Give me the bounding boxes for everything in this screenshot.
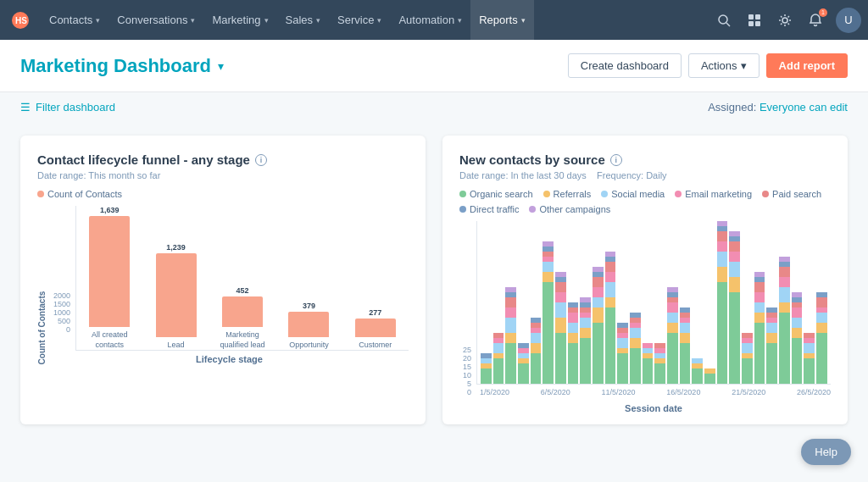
- legend-item: Email marketing: [675, 189, 752, 199]
- chart2-xaxis-title: Session date: [476, 403, 831, 413]
- stacked-bar-group: [704, 368, 715, 384]
- nav-service[interactable]: Service ▾: [329, 0, 390, 40]
- card1-title: Contact lifecycle funnel - any stage i: [37, 152, 409, 167]
- stacked-bar-group: [531, 318, 542, 384]
- bar-chart-inner: 0 500 1000 1500 2000 1,639 All created c…: [50, 206, 409, 351]
- nav-marketing[interactable]: Marketing ▾: [203, 0, 276, 40]
- legend-item: Referrals: [543, 189, 592, 199]
- search-button[interactable]: [710, 7, 737, 34]
- actions-chevron-icon: ▾: [741, 59, 747, 72]
- actions-button[interactable]: Actions ▾: [688, 53, 760, 78]
- svg-line-3: [726, 23, 730, 26]
- chevron-down-icon: ▾: [96, 16, 100, 25]
- filter-dashboard-button[interactable]: ☰ Filter dashboard: [20, 101, 115, 114]
- add-report-button[interactable]: Add report: [766, 53, 848, 78]
- grid-button[interactable]: [741, 7, 768, 34]
- bar-value: 277: [369, 308, 381, 317]
- stacked-bar-group: [754, 272, 765, 384]
- nav-automation[interactable]: Automation ▾: [390, 0, 470, 40]
- bar-group: 1,639 All created contacts: [76, 206, 142, 350]
- bar-value: 1,639: [100, 206, 120, 214]
- legend-item: Paid search: [762, 189, 821, 199]
- chevron-down-icon: ▾: [377, 16, 381, 25]
- bar-group: 379 Opportunity: [275, 302, 342, 351]
- legend-dot: [529, 206, 536, 213]
- stacked-bar-group: [742, 333, 753, 384]
- stacked-bar-group: [605, 252, 616, 384]
- legend-dot: [543, 191, 550, 197]
- stacked-bar-group: [779, 257, 790, 384]
- legend-dot: [459, 206, 466, 213]
- legend-item: Direct traffic: [459, 204, 519, 214]
- card1-subtitle: Date range: This month so far: [37, 170, 409, 180]
- legend-dot: [37, 191, 44, 197]
- new-contacts-card: New contacts by source i Date range: In …: [442, 136, 848, 424]
- legend-item: Other campaigns: [529, 204, 610, 214]
- nav-contacts[interactable]: Contacts ▾: [41, 0, 108, 40]
- chart2-legend: Organic searchReferralsSocial mediaEmail…: [459, 189, 831, 214]
- bar-value: 452: [236, 286, 249, 295]
- filter-icon: ☰: [20, 101, 31, 114]
- svg-rect-7: [755, 21, 760, 26]
- legend-dot: [762, 191, 769, 197]
- settings-button[interactable]: [771, 7, 798, 34]
- assigned-link[interactable]: Everyone can edit: [760, 101, 848, 114]
- stacked-bar-group: [717, 221, 728, 384]
- svg-rect-5: [755, 14, 760, 19]
- stacked-bar-group: [667, 287, 678, 384]
- xaxis-title: Lifecycle stage: [50, 354, 409, 364]
- page-title: Marketing Dashboard: [20, 55, 211, 77]
- bar-rect: [89, 216, 130, 327]
- filter-bar: ☰ Filter dashboard Assigned: Everyone ca…: [0, 92, 868, 122]
- bar-group: 452 Marketing qualified lead: [209, 286, 275, 350]
- svg-rect-6: [748, 21, 754, 26]
- stacked-bar-group: [505, 287, 516, 384]
- legend-item: Organic search: [459, 189, 533, 199]
- chevron-down-icon: ▾: [264, 16, 269, 25]
- chart2-xaxis: 1/5/20206/5/202011/5/202016/5/202021/5/2…: [476, 385, 831, 396]
- bars-area: 1,639 All created contacts 1,239 Lead 45…: [75, 206, 409, 351]
- user-avatar[interactable]: U: [836, 8, 861, 33]
- dashboard-content: Contact lifecycle funnel - any stage i D…: [0, 122, 868, 438]
- xaxis-tick: 11/5/2020: [602, 388, 636, 396]
- stacked-bar-group: [518, 343, 529, 384]
- bar-chart: Count of Contacts 0 500 1000 1500 2000 1…: [37, 206, 409, 392]
- chevron-down-icon: ▾: [191, 16, 195, 25]
- assigned-area: Assigned: Everyone can edit: [708, 101, 848, 114]
- legend-dot: [601, 191, 608, 197]
- dashboard-title-chevron[interactable]: ▾: [218, 59, 224, 73]
- legend-dot: [675, 191, 682, 197]
- bar-label: Marketing qualified lead: [216, 330, 269, 350]
- xaxis-tick: 6/5/2020: [541, 388, 570, 396]
- bar-value: 379: [303, 302, 315, 310]
- stacked-bar-group: [568, 302, 579, 384]
- bar-group: 1,239 Lead: [142, 243, 209, 351]
- bar-rect: [156, 253, 197, 337]
- stacked-bar-group: [766, 307, 777, 384]
- create-dashboard-button[interactable]: Create dashboard: [568, 53, 682, 78]
- hubspot-logo[interactable]: HS: [7, 7, 34, 34]
- stacked-bar-group: [593, 267, 604, 384]
- stacked-bar-group: [580, 297, 591, 384]
- stacked-yaxis: 0 5 10 15 20 25: [459, 346, 476, 413]
- stacked-bar-group: [804, 333, 815, 384]
- header-actions: Create dashboard Actions ▾ Add report: [568, 53, 848, 78]
- nav-reports[interactable]: Reports ▾: [470, 0, 534, 40]
- stacked-bar-group: [680, 307, 691, 384]
- chevron-down-icon: ▾: [316, 16, 320, 25]
- nav-sales[interactable]: Sales ▾: [277, 0, 330, 40]
- xaxis-tick: 1/5/2020: [480, 388, 509, 396]
- navbar: HS Contacts ▾ Conversations ▾ Marketing …: [0, 0, 868, 40]
- info-icon[interactable]: i: [255, 154, 267, 166]
- stacked-bar-group: [729, 231, 740, 384]
- stacked-bar-group: [493, 333, 504, 384]
- page-header: Marketing Dashboard ▾ Create dashboard A…: [0, 40, 868, 92]
- chevron-down-icon: ▾: [521, 16, 526, 25]
- nav-conversations[interactable]: Conversations ▾: [108, 0, 203, 40]
- info-icon-2[interactable]: i: [610, 154, 622, 166]
- stacked-bars-area: [476, 221, 831, 385]
- svg-rect-4: [748, 14, 754, 19]
- bar-rect: [355, 319, 396, 337]
- stacked-inner: 0 5 10 15 20 25 1/5/20206/5/202011/5/202…: [459, 221, 831, 413]
- notifications-button[interactable]: 1: [802, 7, 829, 34]
